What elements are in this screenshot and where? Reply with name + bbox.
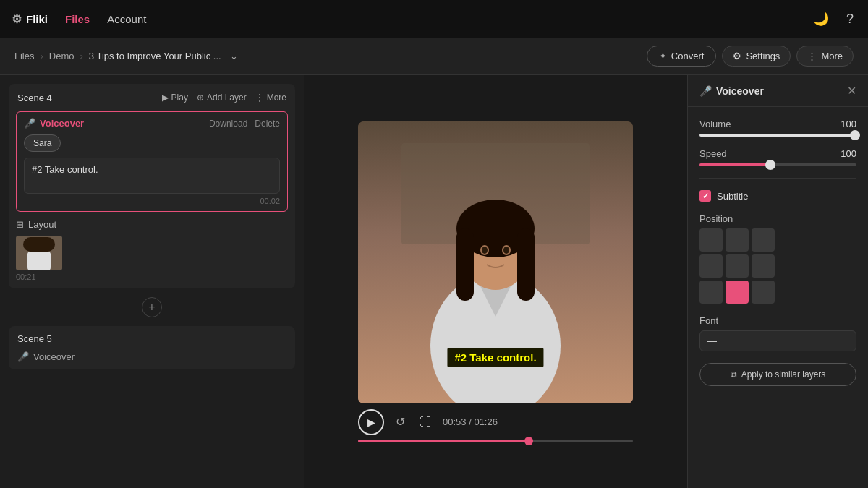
scene5-microphone-icon: 🎤 [17,351,29,362]
progress-handle[interactable] [524,437,533,445]
scene5-voiceover-label: Voiceover [33,351,75,362]
volume-label-row: Volume 100 [699,119,856,129]
subtitle-checkbox[interactable] [699,190,711,202]
nav-files[interactable]: Files [65,13,90,25]
add-scene-row: + [9,294,295,320]
speed-fill [699,163,772,166]
speed-handle[interactable] [765,160,775,170]
speed-slider[interactable] [699,163,856,166]
scene4-play-button[interactable]: ▶ Play [162,91,188,104]
close-panel-button[interactable]: ✕ [847,84,856,98]
font-label: Font [699,315,856,326]
theme-toggle-button[interactable]: 🌙 [810,8,832,30]
convert-label: Convert [671,51,705,61]
scene5-voiceover-row: 🎤 Voiceover [9,351,295,369]
voiceover-panel-title: Voiceover [716,85,764,97]
play-pause-button[interactable]: ▶ [358,409,384,435]
download-button[interactable]: Download [209,119,247,129]
scene4-addlayer-button[interactable]: ⊕ Add Layer [197,91,247,104]
controls-row: ▶ ↺ ⛶ 00:53 / 01:26 [358,409,633,435]
speed-setting: Speed 100 [699,148,856,166]
nav-account[interactable]: Account [107,13,146,25]
position-cell-0[interactable] [699,228,723,252]
video-subtitle: #2 Take control. [447,348,543,367]
voiceover-text-box[interactable]: #2 Take control. [24,158,280,194]
video-controls: ▶ ↺ ⛶ 00:53 / 01:26 [358,409,633,442]
microphone-icon: 🎤 [24,118,35,129]
svg-rect-2 [23,237,55,252]
position-grid [699,228,856,304]
main-layout: Scene 4 ▶ Play ⊕ Add Layer ⋮ More [0,75,868,488]
app-logo[interactable]: ⚙ Fliki [12,12,48,26]
delete-button[interactable]: Delete [255,119,280,129]
scene5-header: Scene 5 [9,326,295,351]
scene4-more-button[interactable]: ⋮ More [255,91,286,104]
breadcrumb-files[interactable]: Files [14,51,34,61]
volume-handle[interactable] [850,130,860,140]
breadcrumb-dropdown-button[interactable]: ⌄ [227,51,241,61]
breadcrumb-bar: Files › Demo › 3 Tips to Improve Your Pu… [0,38,868,75]
position-cell-4[interactable] [726,254,749,278]
right-panel-body: Volume 100 Speed 100 [688,107,868,398]
layout-thumb-preview [16,236,62,270]
time-current: 00:53 [443,416,467,427]
topnav: ⚙ Fliki Files Account 🌙 ? [0,0,868,38]
video-background: #2 Take control. [358,121,633,403]
voice-name-pill[interactable]: Sara [24,134,61,152]
progress-bar[interactable] [358,440,633,442]
apply-similar-layers-button[interactable]: ⧉ Apply to similar layers [699,363,856,386]
copy-icon: ⧉ [731,369,737,380]
convert-button[interactable]: ✦ Convert [647,46,717,67]
thumbnail-preview-svg [16,236,62,270]
volume-slider[interactable] [699,134,856,137]
volume-label: Volume [699,119,731,129]
left-panel: Scene 4 ▶ Play ⊕ Add Layer ⋮ More [0,75,304,488]
breadcrumb-demo[interactable]: Demo [49,51,75,61]
add-scene-button[interactable]: + [142,297,162,317]
voiceover-timestamp: 00:02 [24,197,280,205]
time-total: 01:26 [474,416,498,427]
replay-button[interactable]: ↺ [393,412,408,432]
scene4-more-dots-icon: ⋮ [255,93,264,103]
svg-rect-11 [517,228,535,301]
breadcrumb-sep-2: › [80,51,82,61]
settings-icon: ⚙ [733,51,741,61]
scene5-title: Scene 5 [17,333,52,344]
scene5-container: Scene 5 🎤 Voiceover [9,326,295,369]
layout-header: ⊞ Layout [16,219,288,230]
right-panel-title: 🎤 Voiceover [699,85,764,97]
position-cell-7[interactable] [726,281,749,304]
position-cell-2[interactable] [752,228,775,252]
scene4-more-label: More [267,93,286,103]
layout-thumbnail[interactable] [16,236,62,270]
scene4-actions: ▶ Play ⊕ Add Layer ⋮ More [162,91,286,104]
voiceover-header: 🎤 Voiceover Download Delete [24,118,280,129]
position-cell-3[interactable] [699,254,723,278]
font-preview[interactable]: — [699,330,856,351]
settings-button[interactable]: ⚙ Settings [722,46,791,67]
scene4-voiceover-section: 🎤 Voiceover Download Delete Sara #2 Take… [16,111,288,212]
volume-value: 100 [841,119,856,129]
right-panel-header: 🎤 Voiceover ✕ [688,75,868,107]
breadcrumb-actions: ✦ Convert ⚙ Settings ⋮ More [647,46,854,67]
divider-1 [699,178,856,179]
fullscreen-button[interactable]: ⛶ [417,413,434,432]
layout-label: Layout [28,219,56,230]
subtitle-row: Subtitle [699,190,856,202]
position-cell-6[interactable] [699,281,723,304]
right-panel: 🎤 Voiceover ✕ Volume 100 [687,75,868,488]
more-button[interactable]: ⋮ More [796,46,854,67]
addlayer-icon: ⊕ [197,93,204,103]
help-button[interactable]: ? [843,9,856,30]
position-label: Position [699,213,856,224]
position-setting: Position [699,213,856,304]
voiceover-label-text: Voiceover [40,118,84,129]
position-cell-1[interactable] [726,228,749,252]
progress-fill [358,440,529,442]
svg-point-15 [503,247,509,254]
settings-label: Settings [746,51,780,61]
position-cell-5[interactable] [752,254,775,278]
position-cell-8[interactable] [752,281,775,304]
speed-value: 100 [841,148,856,159]
apply-btn-label: Apply to similar layers [741,369,826,380]
